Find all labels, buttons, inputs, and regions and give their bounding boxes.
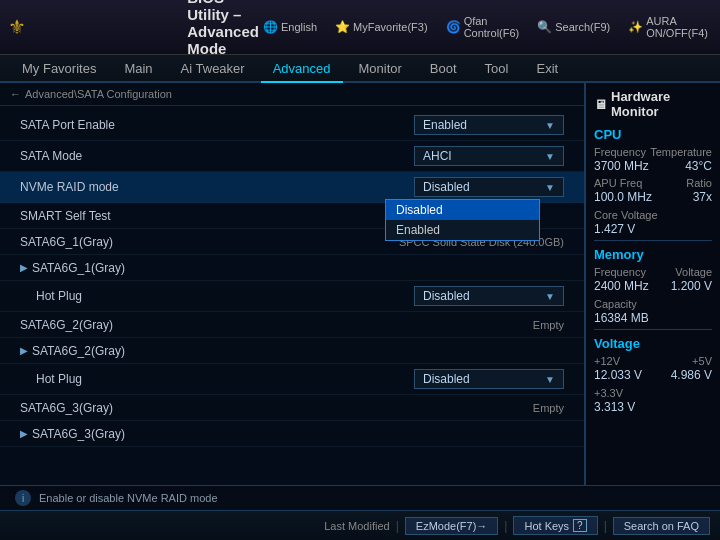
sata6g2-device-label: SATA6G_2(Gray) — [20, 318, 533, 332]
hw-core-voltage-value: 1.427 V — [594, 222, 712, 236]
hot-plug-1-value[interactable]: Disabled ▼ — [414, 286, 564, 306]
nav-advanced[interactable]: Advanced — [261, 55, 343, 83]
hw-apu-freq-value: 100.0 MHz — [594, 190, 652, 204]
sata6g1-expand-label: SATA6G_1(Gray) — [32, 261, 564, 275]
hardware-monitor-panel: 🖥 Hardware Monitor CPU Frequency Tempera… — [585, 83, 720, 485]
setting-sata6g3-expand[interactable]: ▶ SATA6G_3(Gray) — [0, 421, 584, 447]
sata6g2-expand-label: SATA6G_2(Gray) — [32, 344, 564, 358]
nvme-raid-label: NVMe RAID mode — [20, 180, 414, 194]
expand-icon2: ▶ — [20, 345, 28, 356]
hot-plug-2-dropdown[interactable]: Disabled ▼ — [414, 369, 564, 389]
hw-mem-voltage-label: Voltage — [675, 266, 712, 278]
search-util-icon: 🔍 — [537, 20, 552, 34]
hw-memory-title: Memory — [594, 247, 712, 262]
asus-logo-icon: ⚜ — [8, 15, 26, 39]
search-label: Search(F9) — [555, 21, 610, 33]
search-util[interactable]: 🔍 Search(F9) — [533, 18, 614, 36]
hot-plug-1-selected: Disabled — [423, 289, 470, 303]
sep1: | — [396, 519, 399, 533]
nvme-option-disabled[interactable]: Disabled — [386, 200, 539, 220]
breadcrumb-path: Advanced\SATA Configuration — [25, 88, 172, 100]
top-bar: ⚜ 08/07/2018 Tuesday UEFI BIOS Utility –… — [0, 0, 720, 55]
qfan-control[interactable]: 🌀 Qfan Control(F6) — [442, 13, 524, 41]
nvme-raid-value[interactable]: Disabled ▼ — [414, 177, 564, 197]
bottom-bar: Last Modified | EzMode(F7)→ | Hot Keys ?… — [0, 510, 720, 540]
setting-sata6g1-expand[interactable]: ▶ SATA6G_1(Gray) — [0, 255, 584, 281]
monitor-icon: 🖥 — [594, 97, 607, 112]
hot-plug-1-dropdown[interactable]: Disabled ▼ — [414, 286, 564, 306]
hw-capacity-value: 16384 MB — [594, 311, 712, 325]
hw-cpu-title: CPU — [594, 127, 712, 142]
hot-plug-1-label: Hot Plug — [20, 289, 414, 303]
my-favorites-util[interactable]: ⭐ MyFavorite(F3) — [331, 18, 432, 36]
help-box: i Enable or disable NVMe RAID mode — [0, 485, 720, 510]
expand-icon1: ▶ — [20, 262, 28, 273]
nvme-option-enabled[interactable]: Enabled — [386, 220, 539, 240]
setting-sata6g2-expand[interactable]: ▶ SATA6G_2(Gray) — [0, 338, 584, 364]
aura-label: AURA ON/OFF(F4) — [646, 15, 708, 39]
sep3: | — [604, 519, 607, 533]
hot-plug-2-value[interactable]: Disabled ▼ — [414, 369, 564, 389]
sata6g3-device-label: SATA6G_3(Gray) — [20, 401, 533, 415]
sata-mode-selected: AHCI — [423, 149, 452, 163]
left-panel: ← Advanced\SATA Configuration SATA Port … — [0, 83, 585, 485]
setting-sata6g3-device: SATA6G_3(Gray) Empty — [0, 395, 584, 421]
nav-monitor[interactable]: Monitor — [347, 54, 414, 82]
setting-sata6g2-device: SATA6G_2(Gray) Empty — [0, 312, 584, 338]
setting-hot-plug-1[interactable]: Hot Plug Disabled ▼ — [0, 281, 584, 312]
hot-keys-button[interactable]: Hot Keys ? — [513, 516, 597, 535]
sata-mode-value[interactable]: AHCI ▼ — [414, 146, 564, 166]
last-modified-label: Last Modified — [324, 520, 389, 532]
sata-port-enable-value[interactable]: Enabled ▼ — [414, 115, 564, 135]
search-faq-button[interactable]: Search on FAQ — [613, 517, 710, 535]
hw-cpu-values-row: 3700 MHz 43°C — [594, 159, 712, 176]
hw-ratio-label: Ratio — [686, 177, 712, 189]
expand-icon3: ▶ — [20, 428, 28, 439]
language-selector[interactable]: 🌐 English — [259, 18, 321, 36]
bios-title: UEFI BIOS Utility – Advanced Mode — [187, 0, 259, 57]
nav-ai-tweaker[interactable]: Ai Tweaker — [169, 54, 257, 82]
sata6g2-device-value: Empty — [533, 319, 564, 331]
sata-port-enable-label: SATA Port Enable — [20, 118, 414, 132]
nvme-raid-selected: Disabled — [423, 180, 470, 194]
sata-mode-dropdown[interactable]: AHCI ▼ — [414, 146, 564, 166]
setting-sata-port-enable[interactable]: SATA Port Enable Enabled ▼ — [0, 110, 584, 141]
hw-mem-voltage-value: 1.200 V — [671, 279, 712, 293]
my-favorites-label: MyFavorite(F3) — [353, 21, 428, 33]
sata-port-enable-selected: Enabled — [423, 118, 467, 132]
nav-main[interactable]: Main — [112, 54, 164, 82]
dropdown-arrow-icon: ▼ — [545, 120, 555, 131]
dropdown-arrow-icon2: ▼ — [545, 151, 555, 162]
ez-mode-label: EzMode(F7)→ — [416, 520, 488, 532]
hw-mem-values-row: 2400 MHz 1.200 V — [594, 279, 712, 296]
hot-keys-label: Hot Keys — [524, 520, 569, 532]
hw-cpu-freq-value: 3700 MHz — [594, 159, 649, 173]
nav-boot[interactable]: Boot — [418, 54, 469, 82]
fan-icon: 🌀 — [446, 20, 461, 34]
hw-33v-label-row: +3.3V — [594, 386, 712, 400]
sata6g3-device-value: Empty — [533, 402, 564, 414]
hw-mem-labels-row: Frequency Voltage — [594, 266, 712, 278]
back-arrow-icon[interactable]: ← — [10, 88, 21, 100]
nav-exit[interactable]: Exit — [524, 54, 570, 82]
sata-mode-label: SATA Mode — [20, 149, 414, 163]
hw-cpu-temp-label: Temperature — [650, 146, 712, 158]
breadcrumb: ← Advanced\SATA Configuration — [0, 83, 584, 106]
hw-apu-labels-row: APU Freq Ratio — [594, 177, 712, 189]
hw-5v-value: 4.986 V — [671, 368, 712, 382]
nvme-raid-dropdown[interactable]: Disabled ▼ — [414, 177, 564, 197]
hw-12v-value: 12.033 V — [594, 368, 642, 382]
help-text: Enable or disable NVMe RAID mode — [39, 492, 218, 504]
aura-control[interactable]: ✨ AURA ON/OFF(F4) — [624, 13, 712, 41]
hw-12v-label: +12V — [594, 355, 620, 367]
nav-my-favorites[interactable]: My Favorites — [10, 54, 108, 82]
ez-mode-button[interactable]: EzMode(F7)→ — [405, 517, 499, 535]
setting-hot-plug-2[interactable]: Hot Plug Disabled ▼ — [0, 364, 584, 395]
main-nav: My Favorites Main Ai Tweaker Advanced Mo… — [0, 55, 720, 83]
sata6g1-device-label: SATA6G_1(Gray) — [20, 235, 399, 249]
hot-plug-2-selected: Disabled — [423, 372, 470, 386]
setting-sata-mode[interactable]: SATA Mode AHCI ▼ — [0, 141, 584, 172]
sata-port-enable-dropdown[interactable]: Enabled ▼ — [414, 115, 564, 135]
nav-tool[interactable]: Tool — [473, 54, 521, 82]
dropdown-arrow-icon3: ▼ — [545, 182, 555, 193]
